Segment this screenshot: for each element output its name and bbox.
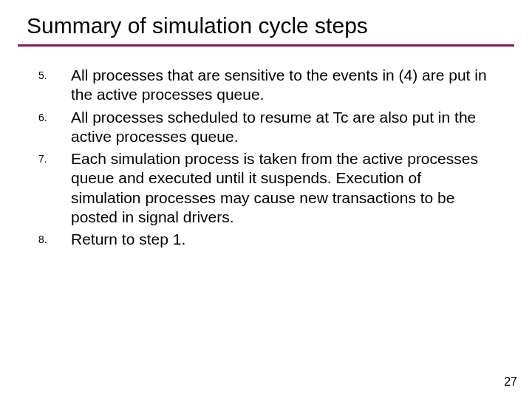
list-item: 7. Each simulation process is taken from… xyxy=(0,149,488,227)
item-number: 7. xyxy=(0,149,71,165)
item-text: Return to step 1. xyxy=(71,230,488,249)
item-number: 6. xyxy=(0,108,71,123)
list-item: 8. Return to step 1. xyxy=(0,230,488,249)
list-item: 5. All processes that are sensitive to t… xyxy=(0,66,488,105)
item-text: All processes that are sensitive to the … xyxy=(71,66,488,105)
list-item: 6. All processes scheduled to resume at … xyxy=(0,108,488,147)
item-text: Each simulation process is taken from th… xyxy=(71,149,488,227)
slide-title: Summary of simulation cycle steps xyxy=(0,0,532,44)
item-number: 8. xyxy=(0,230,71,245)
item-number: 5. xyxy=(0,66,71,81)
item-text: All processes scheduled to resume at Tc … xyxy=(71,108,488,147)
step-list: 5. All processes that are sensitive to t… xyxy=(0,47,532,249)
slide: Summary of simulation cycle steps 5. All… xyxy=(0,0,532,399)
page-number: 27 xyxy=(504,375,517,389)
